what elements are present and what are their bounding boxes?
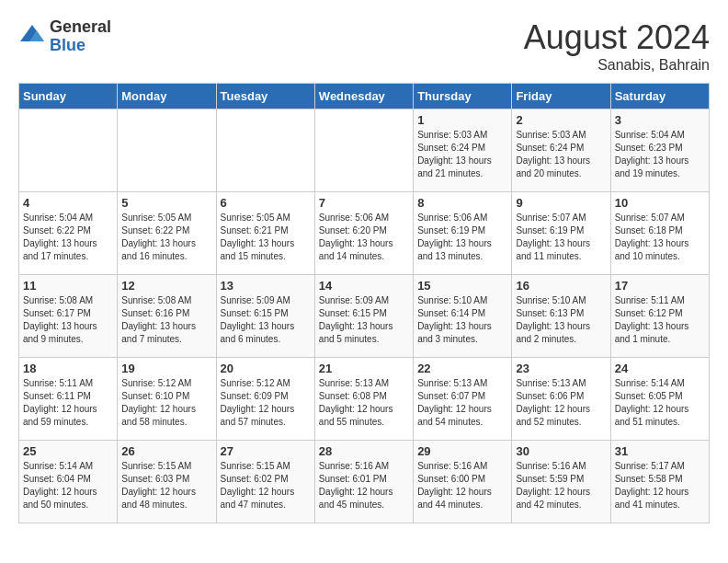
calendar-cell: [118, 109, 216, 192]
logo-icon: [18, 23, 46, 51]
logo-text: General Blue: [50, 18, 111, 55]
day-number: 14: [319, 279, 409, 293]
page-header: General Blue August 2024 Sanabis, Bahrai…: [18, 18, 710, 74]
day-number: 26: [121, 444, 211, 458]
day-number: 12: [121, 279, 211, 293]
day-number: 13: [221, 279, 311, 293]
calendar-cell: 21Sunrise: 5:13 AM Sunset: 6:08 PM Dayli…: [314, 358, 413, 441]
calendar-cell: 10Sunrise: 5:07 AM Sunset: 6:18 PM Dayli…: [610, 192, 709, 275]
day-info: Sunrise: 5:07 AM Sunset: 6:19 PM Dayligh…: [516, 212, 606, 263]
calendar-cell: 8Sunrise: 5:06 AM Sunset: 6:19 PM Daylig…: [414, 192, 512, 275]
calendar-cell: 13Sunrise: 5:09 AM Sunset: 6:15 PM Dayli…: [216, 275, 314, 358]
weekday-header-monday: Monday: [118, 84, 216, 109]
day-number: 11: [23, 279, 113, 293]
calendar-cell: 23Sunrise: 5:13 AM Sunset: 6:06 PM Dayli…: [512, 358, 610, 441]
day-info: Sunrise: 5:17 AM Sunset: 5:58 PM Dayligh…: [615, 460, 705, 511]
calendar-cell: 12Sunrise: 5:08 AM Sunset: 6:16 PM Dayli…: [118, 275, 216, 358]
day-info: Sunrise: 5:03 AM Sunset: 6:24 PM Dayligh…: [516, 129, 606, 180]
day-number: 3: [615, 113, 705, 127]
calendar-cell: 19Sunrise: 5:12 AM Sunset: 6:10 PM Dayli…: [118, 358, 216, 441]
day-number: 31: [615, 444, 705, 458]
day-number: 29: [417, 444, 507, 458]
day-number: 17: [615, 279, 705, 293]
day-number: 25: [23, 444, 113, 458]
day-info: Sunrise: 5:08 AM Sunset: 6:16 PM Dayligh…: [121, 294, 211, 346]
day-number: 18: [23, 362, 113, 375]
day-number: 9: [516, 196, 606, 210]
day-info: Sunrise: 5:06 AM Sunset: 6:20 PM Dayligh…: [319, 212, 409, 263]
calendar-cell: 22Sunrise: 5:13 AM Sunset: 6:07 PM Dayli…: [414, 358, 512, 441]
calendar-cell: [19, 109, 118, 192]
day-info: Sunrise: 5:04 AM Sunset: 6:23 PM Dayligh…: [615, 129, 705, 180]
day-info: Sunrise: 5:09 AM Sunset: 6:15 PM Dayligh…: [319, 294, 409, 346]
day-number: 8: [417, 196, 507, 210]
calendar-cell: [216, 109, 314, 192]
day-info: Sunrise: 5:11 AM Sunset: 6:12 PM Dayligh…: [615, 294, 705, 346]
day-info: Sunrise: 5:06 AM Sunset: 6:19 PM Dayligh…: [417, 212, 507, 263]
logo-general: General: [50, 18, 111, 37]
calendar-cell: 26Sunrise: 5:15 AM Sunset: 6:03 PM Dayli…: [118, 441, 216, 523]
calendar-cell: 16Sunrise: 5:10 AM Sunset: 6:13 PM Dayli…: [512, 275, 610, 358]
day-number: 23: [516, 362, 606, 375]
day-info: Sunrise: 5:08 AM Sunset: 6:17 PM Dayligh…: [23, 294, 113, 346]
calendar-cell: 15Sunrise: 5:10 AM Sunset: 6:14 PM Dayli…: [414, 275, 512, 358]
calendar-cell: 20Sunrise: 5:12 AM Sunset: 6:09 PM Dayli…: [216, 358, 314, 441]
day-number: 6: [221, 196, 311, 210]
calendar-cell: 28Sunrise: 5:16 AM Sunset: 6:01 PM Dayli…: [314, 441, 413, 523]
day-number: 21: [319, 362, 409, 375]
day-info: Sunrise: 5:12 AM Sunset: 6:10 PM Dayligh…: [121, 377, 211, 429]
month-year-title: August 2024: [524, 18, 710, 57]
calendar-cell: 11Sunrise: 5:08 AM Sunset: 6:17 PM Dayli…: [19, 275, 118, 358]
day-info: Sunrise: 5:13 AM Sunset: 6:07 PM Dayligh…: [417, 377, 507, 429]
calendar-cell: 5Sunrise: 5:05 AM Sunset: 6:22 PM Daylig…: [118, 192, 216, 275]
calendar-cell: 30Sunrise: 5:16 AM Sunset: 5:59 PM Dayli…: [512, 441, 610, 523]
calendar-week-row: 25Sunrise: 5:14 AM Sunset: 6:04 PM Dayli…: [19, 441, 710, 523]
day-number: 10: [615, 196, 705, 210]
calendar-cell: 3Sunrise: 5:04 AM Sunset: 6:23 PM Daylig…: [610, 109, 709, 192]
day-number: 4: [23, 196, 113, 210]
calendar-cell: [314, 109, 413, 192]
day-info: Sunrise: 5:09 AM Sunset: 6:15 PM Dayligh…: [221, 294, 311, 346]
calendar-week-row: 1Sunrise: 5:03 AM Sunset: 6:24 PM Daylig…: [19, 109, 710, 192]
day-info: Sunrise: 5:15 AM Sunset: 6:02 PM Dayligh…: [221, 460, 311, 511]
day-number: 7: [319, 196, 409, 210]
calendar-week-row: 11Sunrise: 5:08 AM Sunset: 6:17 PM Dayli…: [19, 275, 710, 358]
day-info: Sunrise: 5:13 AM Sunset: 6:08 PM Dayligh…: [319, 377, 409, 429]
day-info: Sunrise: 5:03 AM Sunset: 6:24 PM Dayligh…: [417, 129, 507, 180]
location-title: Sanabis, Bahrain: [524, 57, 710, 74]
day-number: 24: [615, 362, 705, 375]
day-info: Sunrise: 5:16 AM Sunset: 5:59 PM Dayligh…: [516, 460, 606, 511]
day-info: Sunrise: 5:05 AM Sunset: 6:21 PM Dayligh…: [221, 212, 311, 263]
day-info: Sunrise: 5:16 AM Sunset: 6:00 PM Dayligh…: [417, 460, 507, 511]
day-info: Sunrise: 5:10 AM Sunset: 6:13 PM Dayligh…: [516, 294, 606, 346]
day-number: 19: [121, 362, 211, 375]
weekday-header-saturday: Saturday: [610, 84, 709, 109]
weekday-header-friday: Friday: [512, 84, 610, 109]
calendar-cell: 4Sunrise: 5:04 AM Sunset: 6:22 PM Daylig…: [19, 192, 118, 275]
day-number: 30: [516, 444, 606, 458]
day-number: 15: [417, 279, 507, 293]
calendar-cell: 7Sunrise: 5:06 AM Sunset: 6:20 PM Daylig…: [314, 192, 413, 275]
day-info: Sunrise: 5:05 AM Sunset: 6:22 PM Dayligh…: [121, 212, 211, 263]
day-info: Sunrise: 5:14 AM Sunset: 6:05 PM Dayligh…: [615, 377, 705, 429]
day-info: Sunrise: 5:07 AM Sunset: 6:18 PM Dayligh…: [615, 212, 705, 263]
day-info: Sunrise: 5:14 AM Sunset: 6:04 PM Dayligh…: [23, 460, 113, 511]
calendar-cell: 29Sunrise: 5:16 AM Sunset: 6:00 PM Dayli…: [414, 441, 512, 523]
day-info: Sunrise: 5:12 AM Sunset: 6:09 PM Dayligh…: [221, 377, 311, 429]
day-info: Sunrise: 5:10 AM Sunset: 6:14 PM Dayligh…: [417, 294, 507, 346]
day-number: 22: [417, 362, 507, 375]
weekday-header-row: SundayMondayTuesdayWednesdayThursdayFrid…: [19, 84, 710, 109]
weekday-header-wednesday: Wednesday: [314, 84, 413, 109]
calendar-cell: 2Sunrise: 5:03 AM Sunset: 6:24 PM Daylig…: [512, 109, 610, 192]
day-info: Sunrise: 5:16 AM Sunset: 6:01 PM Dayligh…: [319, 460, 409, 511]
calendar-week-row: 4Sunrise: 5:04 AM Sunset: 6:22 PM Daylig…: [19, 192, 710, 275]
calendar-cell: 14Sunrise: 5:09 AM Sunset: 6:15 PM Dayli…: [314, 275, 413, 358]
day-info: Sunrise: 5:04 AM Sunset: 6:22 PM Dayligh…: [23, 212, 113, 263]
day-number: 27: [221, 444, 311, 458]
weekday-header-sunday: Sunday: [19, 84, 118, 109]
day-number: 20: [221, 362, 311, 375]
calendar-cell: 24Sunrise: 5:14 AM Sunset: 6:05 PM Dayli…: [610, 358, 709, 441]
calendar-cell: 9Sunrise: 5:07 AM Sunset: 6:19 PM Daylig…: [512, 192, 610, 275]
calendar-cell: 17Sunrise: 5:11 AM Sunset: 6:12 PM Dayli…: [610, 275, 709, 358]
weekday-header-tuesday: Tuesday: [216, 84, 314, 109]
